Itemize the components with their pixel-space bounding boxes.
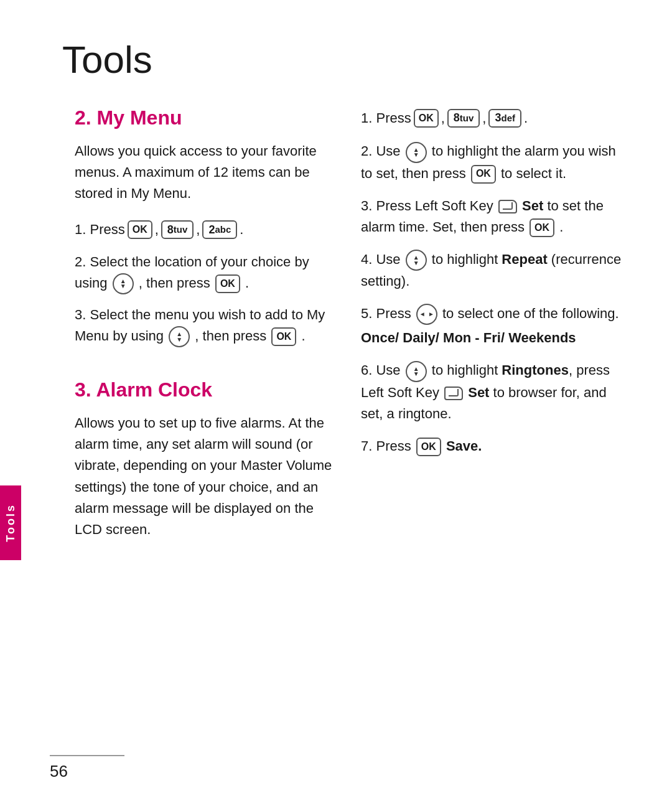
nav-updown-icon	[113, 273, 134, 294]
list-item: 7. Press OK Save.	[361, 436, 622, 457]
list-item: 3. Select the menu you wish to add to My…	[75, 304, 336, 347]
comma: ,	[196, 218, 200, 241]
section-alarm-clock: 3. Alarm Clock Allows you to set up to f…	[75, 378, 336, 540]
ok-key: OK	[414, 109, 439, 128]
comma: ,	[482, 106, 486, 129]
nav-updown-icon-2	[169, 326, 190, 347]
list-item: 6. Use to highlight Ringtones, press Lef…	[361, 360, 622, 424]
list-item: 1. Press OK , 8 tuv , 2 abc .	[75, 218, 336, 241]
list-item: 1. Press OK , 8 tuv , 3 def .	[361, 106, 622, 129]
section3-title: 3. Alarm Clock	[75, 378, 336, 401]
dot2: .	[302, 328, 306, 344]
options-text: Once/ Daily/ Mon - Fri/ Weekends	[361, 327, 622, 349]
nav-updown-icon-r6	[406, 361, 427, 382]
dot: .	[240, 218, 243, 241]
list-item: 3. Press Left Soft Key Set to set the al…	[361, 195, 622, 238]
nav-leftright-icon-r5	[416, 304, 437, 325]
step-bold-r7: Save.	[446, 438, 482, 454]
soft-key-icon-r6	[444, 387, 463, 400]
ok-key-r7: OK	[416, 438, 441, 456]
right-column: 1. Press OK , 8 tuv , 3 def . 2. Use to …	[361, 106, 622, 554]
step-text: 2. Use	[361, 143, 404, 159]
page-container: Tools Tools 2. My Menu Allows you quick …	[0, 0, 672, 806]
step-text: 4. Use	[361, 251, 404, 267]
ok-key-r3: OK	[530, 218, 554, 237]
page-divider	[50, 755, 124, 756]
step-number: 1. Press	[75, 218, 125, 241]
step-text: 7. Press	[361, 438, 415, 454]
left-column: 2. My Menu Allows you quick access to yo…	[75, 106, 336, 554]
ok-key-button: OK	[215, 274, 240, 293]
key-2abc: 2 abc	[202, 220, 237, 239]
step-text: 6. Use	[361, 362, 404, 378]
ok-key-button-2: OK	[271, 327, 296, 346]
key-8tuv-r: 8 tuv	[447, 109, 480, 128]
list-item: 2. Use to highlight the alarm you wish t…	[361, 141, 622, 184]
section2-title: 2. My Menu	[75, 106, 336, 129]
page-title: Tools	[62, 37, 622, 82]
sidebar-tab: Tools	[0, 485, 21, 560]
page-number: 56	[50, 762, 68, 781]
sidebar-tab-label: Tools	[4, 504, 17, 542]
section2-description: Allows you quick access to your favorite…	[75, 141, 336, 204]
ok-key-button: OK	[128, 220, 152, 239]
soft-key-icon	[498, 200, 517, 213]
step-text-end: to select it.	[501, 166, 566, 181]
dot: .	[245, 275, 249, 291]
dot: .	[559, 219, 563, 235]
key-8tuv: 8 tuv	[161, 220, 194, 239]
content-area: 2. My Menu Allows you quick access to yo…	[75, 106, 622, 554]
step-text: 5. Press	[361, 306, 415, 321]
section3-description: Allows you to set up to five alarms. At …	[75, 413, 336, 540]
step-text-cont2: , then press	[195, 328, 270, 344]
nav-updown-icon-r4	[406, 250, 427, 271]
section-my-menu: 2. My Menu Allows you quick access to yo…	[75, 106, 336, 347]
step-text-cont: , then press	[139, 275, 214, 291]
section2-steps: 1. Press OK , 8 tuv , 2 abc . 2. Select …	[75, 218, 336, 347]
step-text-cont: to select one of the following.	[442, 306, 619, 321]
step-text: 3. Press Left Soft Key	[361, 198, 497, 213]
step-bold: Set	[522, 198, 543, 213]
step-bold-r6: Set	[468, 385, 489, 400]
nav-updown-icon-r2	[406, 142, 427, 163]
ok-key-r2: OK	[471, 165, 496, 184]
step-text: 1. Press	[361, 106, 411, 129]
list-item: 4. Use to highlight Repeat (recurrence s…	[361, 249, 622, 292]
list-item: 2. Select the location of your choice by…	[75, 251, 336, 294]
alarm-steps-list: 1. Press OK , 8 tuv , 3 def . 2. Use to …	[361, 106, 622, 457]
key-3def: 3 def	[488, 109, 521, 128]
comma: ,	[155, 218, 159, 241]
list-item: 5. Press to select one of the following.…	[361, 303, 622, 349]
dot: .	[524, 106, 528, 129]
comma: ,	[441, 106, 445, 129]
